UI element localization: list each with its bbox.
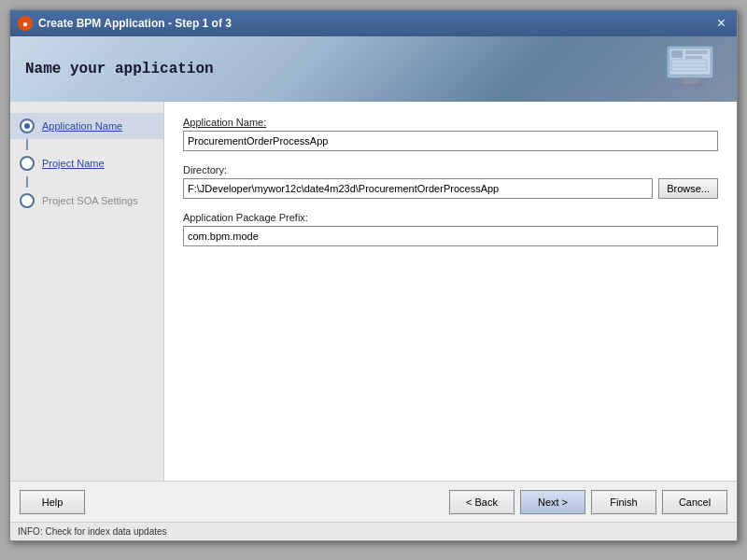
svg-rect-6 [685,56,702,59]
directory-group: Directory: Browse... [183,164,718,199]
browse-button[interactable]: Browse... [658,178,718,199]
step-project-name[interactable]: Project Name [10,150,163,176]
close-button[interactable]: × [713,16,729,31]
svg-rect-2 [683,78,698,84]
step-bullet-2 [20,156,35,171]
title-bar: ● Create BPM Application - Step 1 of 3 × [10,10,737,36]
status-bar: INFO: Check for index data updates [10,522,737,540]
status-text: INFO: Check for index data updates [18,526,167,537]
footer-left: Help [20,490,85,514]
directory-row: Browse... [183,178,718,199]
app-name-input[interactable] [183,131,718,151]
dialog-header: Name your application [10,36,737,102]
svg-rect-3 [675,84,705,87]
app-icon: ● [18,16,33,31]
content-panel: Application Name: Directory: Browse... A… [164,102,737,481]
step-bullet-3 [20,193,35,208]
app-name-label: Application Name: [183,117,718,128]
steps-panel: Application Name Project Name Project SO… [10,102,164,481]
svg-rect-4 [671,50,683,58]
header-graphic [653,41,727,97]
next-button[interactable]: Next > [520,490,585,514]
svg-rect-5 [685,50,708,54]
step-bullet-1 [20,119,35,133]
title-bar-left: ● Create BPM Application - Step 1 of 3 [18,16,232,31]
step-label-project-soa: Project SOA Settings [42,195,138,206]
back-button[interactable]: < Back [449,490,514,514]
package-input[interactable] [183,226,718,246]
dialog-body: Application Name Project Name Project SO… [10,102,737,481]
header-title: Name your application [25,61,214,77]
cancel-button[interactable]: Cancel [662,490,727,514]
finish-button[interactable]: Finish [591,490,656,514]
step-project-soa: Project SOA Settings [10,188,163,214]
dialog-footer: Help < Back Next > Finish Cancel [10,481,737,522]
package-label: Application Package Prefix: [183,212,718,223]
footer-right: < Back Next > Finish Cancel [449,490,727,514]
step-application-name[interactable]: Application Name [10,113,163,139]
main-dialog: ● Create BPM Application - Step 1 of 3 ×… [9,9,738,541]
step-connector-2 [26,176,28,188]
package-group: Application Package Prefix: [183,212,718,246]
directory-label: Directory: [183,164,718,175]
step-label-project-name[interactable]: Project Name [42,158,105,169]
step-label-application-name[interactable]: Application Name [42,120,122,132]
directory-input[interactable] [183,178,653,199]
app-name-group: Application Name: [183,117,718,151]
dialog-title: Create BPM Application - Step 1 of 3 [38,17,232,30]
step-connector-1 [26,139,28,150]
help-button[interactable]: Help [20,490,85,514]
